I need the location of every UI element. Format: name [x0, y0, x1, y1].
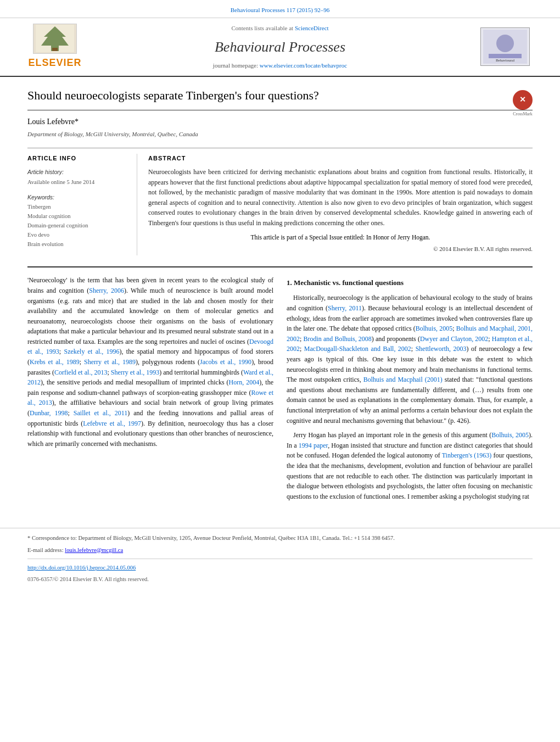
author-name: Louis Lefebvre* — [27, 116, 533, 127]
body-column-1: 'Neuroecology' is the term that has been… — [27, 275, 273, 506]
journal-center: Contents lists available at ScienceDirec… — [88, 24, 472, 70]
article-content: ✕ CrossMark Should neuroecologists separ… — [0, 77, 560, 517]
article-info-heading: ARTICLE INFO — [27, 154, 128, 163]
keywords-label: Keywords: — [27, 193, 128, 202]
article-footer: * Correspondence to: Department of Biolo… — [0, 528, 560, 589]
body-section: 'Neuroecology' is the term that has been… — [27, 266, 533, 506]
body-col1-para1: 'Neuroecology' is the term that has been… — [27, 275, 273, 449]
footnote-correspondence: * Correspondence to: Department of Biolo… — [27, 534, 533, 542]
svg-point-4 — [496, 35, 514, 52]
journal-header: ELSEVIER Contents lists available at Sci… — [0, 18, 560, 77]
ref-jacobs-1990[interactable]: Jacobs et al., 1990 — [200, 358, 251, 366]
ref-lefebvre-1997[interactable]: Lefebvre et al., 1997 — [83, 420, 141, 427]
svg-text:Behavioural: Behavioural — [496, 58, 514, 63]
keyword-3: Domain-general cognition — [27, 221, 128, 231]
journal-reference: Behavioural Processes 117 (2015) 92–96 — [231, 7, 329, 13]
ref-dwyer-2002[interactable]: Dwyer and Clayton, 2002 — [420, 335, 488, 343]
special-issue-text: This article is part of a Special Issue … — [148, 233, 533, 242]
ref-szekely-1996[interactable]: Szekely et al., 1996 — [64, 348, 119, 355]
article-history: Article history: Available online 5 June… — [27, 168, 128, 187]
ref-sherry-2006[interactable]: Sherry, 2006 — [89, 287, 124, 294]
crossmark-icon: ✕ — [513, 90, 533, 110]
doi-link-line: http://dx.doi.org/10.1016/j.beproc.2014.… — [27, 564, 533, 572]
ref-bolhuis-macphail-2001b[interactable]: Bolhuis and Macphail (2001) — [363, 376, 443, 383]
keywords-section: Keywords: Tinbergen Modular cognition Do… — [27, 193, 128, 249]
author-affiliation: Department of Biology, McGill University… — [27, 130, 533, 139]
ref-rowe-2013[interactable]: Rowe et al., 2013 — [27, 389, 273, 407]
keywords-list: Tinbergen Modular cognition Domain-gener… — [27, 203, 128, 249]
journal-homepage: journal homepage: www.elsevier.com/locat… — [88, 61, 472, 70]
ref-brodin-bolhuis-2008[interactable]: Brodin and Bolhuis, 2008 — [303, 335, 371, 343]
history-label: Article history: — [27, 168, 128, 177]
svg-rect-2 — [52, 48, 58, 51]
elsevier-tree-image — [33, 24, 77, 54]
ref-bolhuis-2005[interactable]: Bolhuis, 2005 — [416, 325, 452, 332]
email-link[interactable]: louis.lefebvre@mcgill.ca — [65, 547, 123, 553]
body-col2-para2: Jerry Hogan has played an important role… — [287, 430, 533, 501]
ref-horn-2004[interactable]: Horn, 2004 — [229, 378, 260, 386]
article-info-panel: ARTICLE INFO Article history: Available … — [27, 154, 137, 256]
homepage-url[interactable]: www.elsevier.com/locate/behavproc — [260, 62, 347, 69]
doi-link[interactable]: http://dx.doi.org/10.1016/j.beproc.2014.… — [27, 565, 136, 571]
svg-rect-5 — [489, 54, 522, 58]
footnote-email: E-mail address: louis.lefebvre@mcgill.ca — [27, 546, 533, 554]
ref-sherry-1993[interactable]: Sherry et al., 1993 — [111, 369, 159, 376]
top-bar: Behavioural Processes 117 (2015) 92–96 — [0, 0, 560, 18]
ref-macdougall-2002[interactable]: MacDougall-Shackleton and Ball, 2002 — [304, 345, 411, 353]
crossmark-badge: ✕ CrossMark — [513, 90, 533, 118]
abstract-text: Neuroecologists have been criticized for… — [148, 167, 533, 228]
crossmark-label: CrossMark — [513, 111, 533, 118]
copyright-line: © 2014 Elsevier B.V. All rights reserved… — [148, 244, 533, 254]
keyword-2: Modular cognition — [27, 212, 128, 221]
ref-tinbergen-1963[interactable]: Tinbergen's (1963) — [442, 451, 492, 459]
section1-heading: 1. Mechanistic vs. functional questions — [287, 277, 533, 288]
abstract-section: ABSTRACT Neuroecologists have been criti… — [148, 154, 533, 256]
elsevier-logo: ELSEVIER — [22, 24, 88, 70]
keyword-1: Tinbergen — [27, 203, 128, 212]
sciencedirect-link: Contents lists available at ScienceDirec… — [88, 24, 472, 33]
ref-sherry-1989[interactable]: Sherry et al., 1989 — [84, 358, 136, 366]
body-column-2: 1. Mechanistic vs. functional questions … — [287, 275, 533, 506]
email-label: E-mail address: — [27, 547, 64, 553]
ref-sherry-2011[interactable]: Sherry, 2011 — [328, 304, 362, 312]
ref-corfield-2013[interactable]: Corfield et al., 2013 — [54, 369, 107, 376]
elsevier-wordmark: ELSEVIER — [28, 55, 81, 70]
abstract-heading: ABSTRACT — [148, 154, 533, 163]
ref-dunbar-1998[interactable]: Dunbar, 1998 — [30, 409, 68, 417]
keyword-5: Brain evolution — [27, 240, 128, 249]
ref-1994-paper[interactable]: 1994 paper — [299, 442, 328, 449]
ref-bolhuis-2005b[interactable]: Bolhuis, 2005 — [491, 431, 529, 439]
article-title: Should neuroecologists separate Tinberge… — [27, 88, 533, 111]
article-meta: ARTICLE INFO Article history: Available … — [27, 148, 533, 256]
ref-shettleworth-2003[interactable]: Shettleworth, 2003 — [416, 345, 467, 353]
keyword-4: Evo devo — [27, 231, 128, 240]
body-col2-para1: Historically, neuroecology is the applic… — [287, 293, 533, 426]
ref-saillet-2011[interactable]: Saillet et al., 2011 — [74, 409, 127, 417]
sciencedirect-link-text[interactable]: ScienceDirect — [295, 25, 329, 31]
history-value: Available online 5 June 2014 — [27, 178, 128, 187]
journal-logo-image: Behavioural — [480, 27, 530, 66]
footer-copyright: 0376-6357/© 2014 Elsevier B.V. All right… — [27, 575, 533, 584]
journal-logo-right: Behavioural — [472, 27, 538, 66]
ref-krebs-1989[interactable]: Krebs et al., 1989 — [30, 358, 80, 366]
journal-title: Behavioural Processes — [88, 36, 472, 58]
